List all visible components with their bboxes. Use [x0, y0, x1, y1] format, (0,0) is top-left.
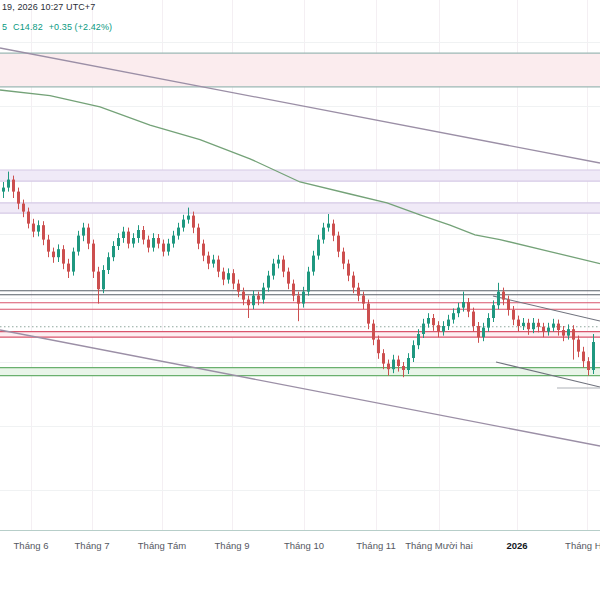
candle-up [187, 216, 190, 220]
candle-up [152, 238, 155, 248]
candle-up [567, 329, 570, 335]
candle-down [502, 292, 505, 300]
candle-up [182, 220, 185, 228]
candle-down [477, 326, 480, 337]
candle-down [162, 244, 165, 252]
support-zone-fill [0, 368, 600, 376]
candle-down [347, 264, 350, 276]
candle-down [582, 352, 585, 362]
candle-down [432, 318, 435, 325]
time-axis-month-label: Tháng 11 [356, 540, 395, 551]
candle-down [512, 310, 515, 320]
chart-pane[interactable]: 19, 2026 10:27 UTC+7 5C14.82+0.35 (+2.42… [0, 0, 600, 530]
candle-down [577, 340, 580, 352]
candle-down [287, 272, 290, 284]
candle-up [172, 236, 175, 244]
candle-up [452, 313, 455, 319]
candle-down [127, 232, 130, 244]
time-axis-month-label: Tháng Hai [565, 540, 600, 551]
candle-down [377, 340, 380, 354]
candle-down [332, 224, 335, 236]
legend-date-time: 19, 2026 10:27 UTC+7 [2, 3, 118, 12]
candle-up [427, 318, 430, 324]
candle-down [402, 366, 405, 370]
candle-up [77, 236, 80, 252]
candle-up [227, 273, 230, 279]
time-axis-year-label: 2026 [506, 540, 527, 551]
candle-up [522, 323, 525, 326]
candle-down [257, 296, 260, 300]
candle-down [52, 252, 55, 258]
candle-up [112, 246, 115, 257]
candle-down [242, 292, 245, 300]
legend-change-value: +0.35 (+2.42%) [49, 22, 112, 32]
legend-ohlc-values: 5C14.82+0.35 (+2.42%) [2, 23, 118, 32]
candle-up [167, 244, 170, 252]
candle-down [572, 329, 575, 339]
candle-down [357, 288, 360, 296]
candle-down [342, 252, 345, 264]
candle-up [322, 228, 325, 240]
candle-down [17, 192, 20, 204]
candle-down [237, 284, 240, 292]
candle-down [292, 284, 295, 296]
candle-down [32, 224, 35, 232]
candle-up [2, 188, 5, 192]
candle-down [282, 260, 285, 272]
candle-up [552, 324, 555, 328]
candle-up [462, 302, 465, 308]
candle-up [272, 264, 275, 276]
candle-up [307, 272, 310, 292]
candle-up [277, 260, 280, 264]
candle-down [537, 323, 540, 327]
ohlc-legend[interactable]: 19, 2026 10:27 UTC+7 5C14.82+0.35 (+2.42… [2, 3, 118, 32]
candlestick-chart-canvas[interactable] [0, 0, 600, 530]
candle-down [62, 249, 65, 263]
candle-up [177, 228, 180, 236]
candle-down [557, 324, 560, 330]
supply-zone-1-fill [0, 170, 600, 181]
candle-down [467, 302, 470, 312]
candle-down [92, 244, 95, 272]
red-level-zone-fill [0, 332, 600, 338]
resistance-zone-fill [0, 53, 600, 87]
time-axis-month-label: Tháng 6 [14, 540, 49, 551]
candle-down [97, 272, 100, 290]
candle-down [67, 264, 70, 272]
candle-down [202, 244, 205, 256]
legend-low-fragment: 5 [2, 22, 7, 32]
candle-up [82, 228, 85, 236]
candle-down [12, 180, 15, 192]
candle-down [157, 238, 160, 244]
candle-down [207, 256, 210, 264]
candle-down [352, 276, 355, 288]
candle-up [442, 326, 445, 332]
candle-up [447, 320, 450, 326]
candle-up [392, 360, 395, 370]
supply-zone-2-fill [0, 203, 600, 213]
time-axis-month-label: Tháng Mười hai [405, 540, 473, 551]
candle-up [532, 323, 535, 329]
candle-up [7, 180, 10, 188]
candle-up [412, 345, 415, 358]
time-axis-month-label: Tháng 9 [215, 540, 250, 551]
candle-up [317, 240, 320, 256]
candle-up [122, 232, 125, 238]
candle-up [457, 308, 460, 314]
candle-down [397, 360, 400, 366]
candle-up [312, 256, 315, 272]
time-axis-month-label: Tháng 10 [284, 540, 324, 551]
candle-up [487, 318, 490, 328]
candle-down [222, 272, 225, 280]
candle-down [22, 204, 25, 212]
candle-down [217, 260, 220, 272]
candle-up [37, 225, 40, 231]
candle-down [27, 212, 30, 224]
candle-up [497, 292, 500, 306]
candle-up [407, 358, 410, 370]
candle-down [437, 325, 440, 331]
candle-down [362, 296, 365, 304]
candle-down [197, 228, 200, 244]
candle-up [72, 252, 75, 272]
time-axis[interactable]: Tháng 6Tháng 7Tháng TámTháng 9Tháng 10Th… [0, 530, 600, 559]
